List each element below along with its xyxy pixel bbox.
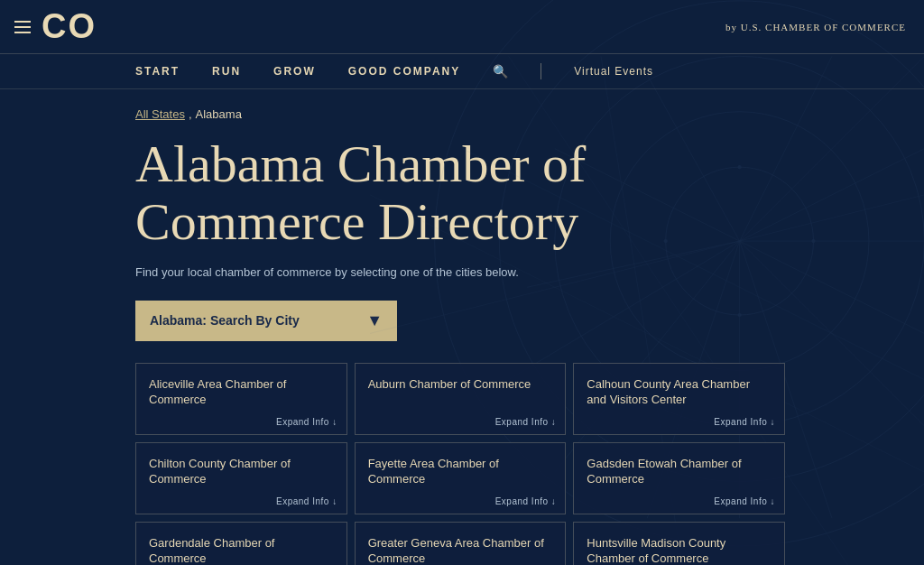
chambers-grid: Aliceville Area Chamber of CommerceExpan… <box>135 363 785 565</box>
breadcrumb-all-states[interactable]: All States <box>135 107 185 121</box>
expand-info-button[interactable]: Expand Info ↓ <box>714 496 775 506</box>
chamber-card[interactable]: Gardendale Chamber of CommerceExpand Inf… <box>135 522 347 565</box>
chamber-card[interactable]: Huntsville Madison County Chamber of Com… <box>573 522 785 565</box>
chamber-name: Gardendale Chamber of Commerce <box>149 535 334 565</box>
chamber-name: Fayette Area Chamber of Commerce <box>368 456 553 487</box>
chamber-card[interactable]: Greater Geneva Area Chamber of CommerceE… <box>355 522 567 565</box>
svg-point-20 <box>811 239 815 243</box>
chamber-name: Huntsville Madison County Chamber of Com… <box>587 535 772 565</box>
expand-info-button[interactable]: Expand Info ↓ <box>276 496 337 506</box>
nav-run[interactable]: RUN <box>212 65 241 78</box>
top-bar-left: CO <box>14 7 136 46</box>
chamber-card[interactable]: Fayette Area Chamber of CommerceExpand I… <box>355 442 567 514</box>
nav-start[interactable]: START <box>135 65 180 78</box>
chamber-name: Auburn Chamber of Commerce <box>368 376 553 393</box>
city-search-dropdown[interactable]: Alabama: Search By City ▼ <box>135 301 397 341</box>
chamber-card[interactable]: Gadsden Etowah Chamber of CommerceExpand… <box>573 442 785 514</box>
chamber-name: Gadsden Etowah Chamber of Commerce <box>587 456 772 487</box>
expand-info-button[interactable]: Expand Info ↓ <box>495 417 557 427</box>
logo[interactable]: CO <box>42 7 97 46</box>
chamber-name: Chilton County Chamber of Commerce <box>149 456 334 487</box>
chamber-card[interactable]: Chilton County Chamber of CommerceExpand… <box>135 442 347 514</box>
chamber-name: Greater Geneva Area Chamber of Commerce <box>368 535 553 565</box>
svg-line-13 <box>554 241 739 472</box>
svg-line-16 <box>554 149 739 241</box>
svg-line-6 <box>739 149 924 241</box>
svg-line-15 <box>527 241 740 287</box>
breadcrumb-current-state: Alabama <box>196 107 242 121</box>
chamber-name: Aliceville Area Chamber of Commerce <box>149 376 334 408</box>
expand-info-button[interactable]: Expand Info ↓ <box>495 496 557 506</box>
svg-line-17 <box>647 75 739 241</box>
expand-info-button[interactable]: Expand Info ↓ <box>276 417 337 427</box>
expand-info-button[interactable]: Expand Info ↓ <box>714 417 775 427</box>
breadcrumb-separator: , <box>189 107 192 121</box>
dropdown-label: Alabama: Search By City <box>150 313 300 328</box>
svg-point-19 <box>737 165 741 169</box>
svg-line-14 <box>508 241 739 380</box>
hamburger-menu[interactable] <box>14 21 31 33</box>
svg-line-18 <box>739 56 831 241</box>
svg-line-8 <box>739 241 924 333</box>
svg-point-22 <box>663 239 667 243</box>
nav-grow[interactable]: GROW <box>273 65 316 78</box>
svg-point-21 <box>737 313 741 317</box>
chamber-card[interactable]: Auburn Chamber of CommerceExpand Info ↓ <box>355 363 567 435</box>
chamber-name: Calhoun County Area Chamber and Visitors… <box>587 376 772 408</box>
svg-line-5 <box>739 56 924 241</box>
chamber-card[interactable]: Calhoun County Area Chamber and Visitors… <box>573 363 785 435</box>
chamber-card[interactable]: Aliceville Area Chamber of CommerceExpan… <box>135 363 347 435</box>
